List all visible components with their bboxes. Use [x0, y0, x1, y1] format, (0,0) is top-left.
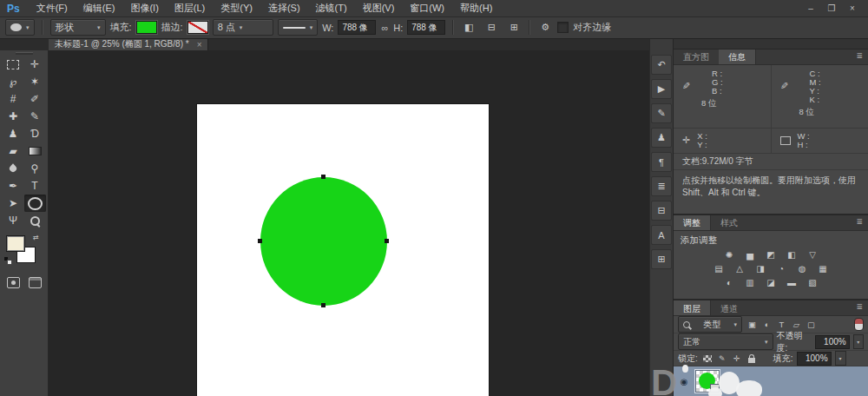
align-edges-checkbox[interactable] — [557, 22, 569, 33]
anchor-handle-left[interactable] — [258, 239, 262, 243]
selective-color-icon[interactable]: ▧ — [806, 277, 820, 289]
filter-pixel-layers-icon[interactable]: ▣ — [746, 319, 759, 331]
panel-menu-icon[interactable]: ≣ — [851, 300, 868, 315]
fill-value[interactable]: 100% — [797, 352, 832, 366]
anchor-handle-bottom[interactable] — [321, 303, 326, 307]
fill-color-swatch[interactable] — [136, 21, 157, 34]
minimize-button[interactable]: – — [800, 3, 821, 13]
pen-tool[interactable]: ✒ — [3, 177, 24, 195]
panel-menu-icon[interactable]: ≣ — [851, 215, 868, 230]
photo-filter-icon[interactable]: ◔ — [774, 263, 789, 275]
brush-panel-icon[interactable]: ✎ — [651, 103, 672, 123]
properties-panel-icon[interactable]: ⊞ — [651, 249, 672, 269]
shape-width-input[interactable]: 788 像 — [338, 20, 376, 35]
zoom-tool[interactable] — [24, 212, 46, 229]
vibrance-icon[interactable]: ▽ — [806, 249, 820, 261]
paragraph-panel-icon[interactable]: ¶ — [651, 152, 672, 172]
tab-channels[interactable]: 通道 — [711, 300, 747, 315]
layer-filter-type-select[interactable]: 类型 — [678, 316, 742, 333]
stroke-color-swatch[interactable] — [187, 21, 208, 34]
clone-source-panel-icon[interactable]: ♟ — [651, 128, 672, 148]
invert-icon[interactable]: ◐ — [722, 277, 737, 289]
default-colors-icon[interactable] — [4, 257, 12, 264]
foreground-color-swatch[interactable] — [6, 235, 25, 252]
filter-shape-layers-icon[interactable]: ▱ — [790, 319, 803, 331]
anchor-handle-right[interactable] — [385, 239, 389, 243]
threshold-icon[interactable]: ◪ — [764, 277, 779, 289]
tool-preset-dropdown[interactable] — [5, 19, 35, 36]
menu-item[interactable]: 选择(S) — [260, 2, 308, 15]
posterize-icon[interactable]: ▥ — [743, 277, 758, 289]
brush-tool[interactable]: ✎ — [24, 108, 46, 125]
menu-item[interactable]: 视图(V) — [355, 2, 403, 15]
character-styles-panel-icon[interactable]: ≣ — [651, 176, 672, 196]
filter-smart-objects-icon[interactable]: ▢ — [805, 319, 818, 331]
spot-healing-brush-tool[interactable]: ✚ — [3, 108, 24, 125]
gear-icon[interactable]: ⚙ — [537, 20, 553, 35]
anchor-handle-top[interactable] — [321, 175, 326, 179]
menu-item[interactable]: 帮助(H) — [452, 2, 500, 15]
magic-wand-tool[interactable]: ✶ — [24, 73, 46, 90]
path-alignment-icon[interactable]: ⊟ — [483, 20, 499, 35]
hand-tool[interactable]: Ψ — [3, 212, 24, 229]
curves-icon[interactable]: ◩ — [764, 249, 779, 261]
color-balance-icon[interactable]: △ — [733, 263, 747, 275]
lock-transparency-icon[interactable] — [701, 353, 713, 364]
stroke-style-dropdown[interactable] — [278, 19, 319, 36]
blend-mode-select[interactable]: 正常 — [678, 333, 773, 350]
layer-row-selected[interactable]: ◉ — [674, 366, 868, 396]
canvas-workspace[interactable] — [49, 50, 649, 396]
character-panel-icon[interactable]: A — [651, 225, 672, 245]
rectangular-marquee-tool[interactable] — [3, 56, 24, 73]
document-tab[interactable]: 未标题-1 @ 25% (椭圆 1, RGB/8) * × — [49, 38, 208, 50]
brightness-contrast-icon[interactable]: ✺ — [722, 249, 737, 261]
clone-stamp-tool[interactable]: ♟ — [3, 125, 24, 142]
ellipse-tool[interactable] — [24, 195, 46, 212]
dodge-tool[interactable]: ⚲ — [24, 160, 46, 177]
tab-histogram[interactable]: 直方图 — [674, 50, 719, 64]
menu-item[interactable]: 编辑(E) — [76, 2, 123, 15]
levels-icon[interactable]: ▅ — [743, 249, 758, 261]
menu-item[interactable]: 图像(I) — [122, 2, 166, 15]
tab-styles[interactable]: 样式 — [711, 215, 747, 230]
color-lookup-icon[interactable]: ▦ — [816, 263, 831, 275]
eyedropper-tool[interactable]: ✐ — [24, 90, 46, 108]
screen-mode-button[interactable] — [24, 274, 46, 291]
menu-item[interactable]: 文件(F) — [29, 2, 76, 15]
shape-height-input[interactable]: 788 像 — [407, 20, 445, 35]
tab-adjustments[interactable]: 调整 — [674, 215, 711, 230]
lock-pixels-icon[interactable]: ✎ — [716, 353, 728, 364]
exposure-icon[interactable]: ◧ — [785, 249, 799, 261]
link-dimensions-icon[interactable]: ∞ — [380, 23, 389, 33]
filter-type-layers-icon[interactable]: T — [775, 319, 788, 331]
canvas-document[interactable] — [197, 104, 489, 396]
blur-tool[interactable] — [3, 160, 24, 177]
opacity-value[interactable]: 100% — [815, 335, 850, 349]
path-operations-icon[interactable]: ◧ — [461, 20, 477, 35]
ps-logo[interactable]: Ps — [0, 3, 29, 15]
close-button[interactable]: × — [842, 3, 863, 13]
lasso-tool[interactable]: ℘ — [3, 73, 24, 90]
close-tab-icon[interactable]: × — [197, 40, 202, 50]
lock-all-icon[interactable] — [746, 353, 758, 364]
tool-mode-select[interactable]: 形状 — [50, 19, 106, 36]
path-selection-tool[interactable]: ➤ — [3, 195, 24, 212]
lock-position-icon[interactable]: ✛ — [731, 353, 743, 364]
history-panel-icon[interactable]: ↶ — [651, 55, 672, 75]
menu-item[interactable]: 滤镜(T) — [308, 2, 355, 15]
switch-colors-icon[interactable]: ⇄ — [33, 234, 39, 241]
panel-menu-icon[interactable]: ≣ — [851, 50, 868, 64]
menu-item[interactable]: 窗口(W) — [402, 2, 452, 15]
gradient-tool[interactable] — [24, 142, 46, 160]
stroke-width-input[interactable]: 8 点 — [213, 19, 273, 36]
filter-toggle-switch[interactable] — [854, 318, 864, 331]
path-arrangement-icon[interactable]: ⊞ — [506, 20, 522, 35]
quick-mask-button[interactable] — [3, 274, 24, 291]
crop-tool[interactable]: # — [3, 90, 24, 108]
menu-item[interactable]: 类型(Y) — [213, 2, 260, 15]
filter-adjustment-layers-icon[interactable]: ◐ — [760, 319, 773, 331]
ellipse-shape[interactable] — [260, 177, 387, 306]
paragraph-styles-panel-icon[interactable]: ⊟ — [651, 201, 672, 221]
tab-layers[interactable]: 图层 — [674, 300, 711, 315]
black-white-icon[interactable]: ◨ — [753, 263, 768, 275]
